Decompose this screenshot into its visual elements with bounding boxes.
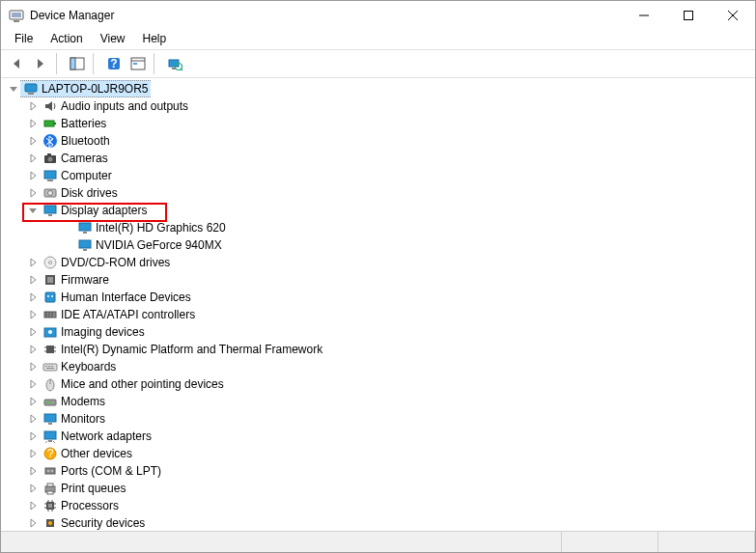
chevron-right-icon[interactable] — [26, 99, 40, 113]
chevron-down-icon[interactable] — [7, 82, 20, 96]
scan-hardware-button[interactable] — [163, 52, 186, 75]
tree-category-node[interactable]: Ports (COM & LPT) — [1, 462, 755, 480]
hid-icon — [42, 290, 58, 305]
category-label: Imaging devices — [61, 325, 145, 339]
camera-icon — [42, 151, 58, 166]
tree-category-node[interactable]: DVD/CD-ROM drives — [1, 254, 755, 271]
device-manager-icon — [9, 8, 24, 23]
chevron-right-icon[interactable] — [26, 308, 40, 321]
chevron-right-icon[interactable] — [26, 464, 40, 478]
tree-category-node[interactable]: Modems — [1, 393, 755, 410]
svg-rect-4 — [685, 12, 693, 20]
chevron-right-icon[interactable] — [26, 152, 40, 165]
tree-category-node[interactable]: Bluetooth — [1, 132, 755, 150]
svg-rect-26 — [44, 171, 56, 179]
category-label: Computer — [61, 169, 112, 182]
svg-rect-65 — [48, 423, 52, 425]
chevron-right-icon[interactable] — [26, 290, 40, 304]
cd-icon — [42, 255, 58, 270]
chevron-right-icon[interactable] — [26, 325, 40, 339]
back-button[interactable] — [5, 52, 28, 75]
menu-help[interactable]: Help — [135, 30, 175, 49]
tree-category-node[interactable]: ?Other devices — [1, 445, 755, 462]
device-label: NVIDIA GeForce 940MX — [96, 238, 222, 252]
tree-category-node[interactable]: Security devices — [1, 514, 755, 531]
tree-category-node[interactable]: Monitors — [1, 410, 755, 428]
expander-spacer — [61, 238, 74, 252]
tree-category-node[interactable]: Display adapters — [1, 202, 755, 219]
svg-rect-1 — [12, 13, 21, 17]
chevron-down-icon[interactable] — [26, 204, 40, 217]
chevron-right-icon[interactable] — [26, 169, 40, 182]
svg-rect-2 — [14, 20, 19, 22]
svg-rect-58 — [46, 368, 54, 369]
other-icon: ? — [42, 446, 58, 461]
show-hide-console-tree-button[interactable] — [66, 52, 89, 75]
tree-category-node[interactable]: IDE ATA/ATAPI controllers — [1, 306, 755, 323]
chevron-right-icon[interactable] — [26, 516, 40, 530]
chevron-right-icon[interactable] — [26, 482, 40, 495]
tree-category-node[interactable]: Disk drives — [1, 184, 755, 202]
tree-category-node[interactable]: Keyboards — [1, 358, 755, 375]
tree-device-node[interactable]: NVIDIA GeForce 940MX — [1, 236, 755, 254]
tree-category-node[interactable]: Processors — [1, 497, 755, 514]
svg-point-48 — [48, 330, 52, 334]
category-label: Human Interface Devices — [61, 290, 191, 304]
chevron-right-icon[interactable] — [26, 395, 40, 408]
chevron-right-icon[interactable] — [26, 256, 40, 269]
svg-rect-21 — [54, 123, 56, 124]
tree-category-node[interactable]: Network adapters — [1, 428, 755, 445]
forward-button[interactable] — [29, 52, 52, 75]
svg-rect-34 — [79, 240, 91, 248]
category-label: Mice and other pointing devices — [61, 377, 224, 391]
chevron-right-icon[interactable] — [26, 499, 40, 512]
chevron-right-icon[interactable] — [26, 343, 40, 356]
help-button[interactable]: ? — [102, 52, 126, 75]
status-cell — [562, 532, 658, 552]
printer-icon — [42, 481, 58, 496]
tree-category-node[interactable]: Human Interface Devices — [1, 289, 755, 306]
chevron-right-icon[interactable] — [26, 134, 40, 148]
svg-rect-54 — [43, 364, 57, 371]
chevron-right-icon[interactable] — [26, 186, 40, 200]
tree-category-node[interactable]: Audio inputs and outputs — [1, 97, 755, 115]
tree-category-node[interactable]: Batteries — [1, 115, 755, 132]
device-tree[interactable]: LAPTOP-0LJR9OR5Audio inputs and outputsB… — [1, 78, 755, 531]
category-label: LAPTOP-0LJR9OR5 — [42, 82, 149, 96]
tree-category-node[interactable]: Mice and other pointing devices — [1, 375, 755, 393]
tree-root-node[interactable]: LAPTOP-0LJR9OR5 — [1, 80, 755, 97]
tree-device-node[interactable]: Intel(R) HD Graphics 620 — [1, 219, 755, 236]
chevron-right-icon[interactable] — [26, 429, 40, 443]
svg-point-63 — [49, 401, 51, 403]
tree-category-node[interactable]: Imaging devices — [1, 323, 755, 341]
tree-category-node[interactable]: Print queues — [1, 480, 755, 497]
chevron-right-icon[interactable] — [26, 377, 40, 391]
close-button[interactable] — [711, 1, 755, 30]
maximize-button[interactable] — [666, 1, 711, 30]
tree-category-node[interactable]: Computer — [1, 167, 755, 184]
svg-rect-19 — [28, 93, 34, 95]
svg-point-72 — [51, 470, 53, 472]
menu-view[interactable]: View — [93, 30, 133, 49]
category-label: Firmware — [61, 273, 109, 287]
chevron-right-icon[interactable] — [26, 412, 40, 426]
security-icon — [42, 515, 58, 531]
svg-point-87 — [48, 521, 52, 525]
tree-category-node[interactable]: Firmware — [1, 271, 755, 289]
category-label: Print queues — [61, 482, 126, 495]
minimize-button[interactable] — [622, 1, 666, 30]
chevron-right-icon[interactable] — [26, 360, 40, 373]
tree-category-node[interactable]: Intel(R) Dynamic Platform and Thermal Fr… — [1, 341, 755, 358]
menu-action[interactable]: Action — [42, 30, 90, 49]
tree-category-node[interactable]: Cameras — [1, 150, 755, 167]
svg-rect-64 — [44, 414, 56, 422]
svg-rect-32 — [79, 223, 91, 231]
chevron-right-icon[interactable] — [26, 447, 40, 460]
chevron-right-icon[interactable] — [26, 117, 40, 130]
properties-button[interactable] — [126, 52, 150, 75]
toolbar-separator — [154, 53, 159, 74]
category-label: IDE ATA/ATAPI controllers — [61, 308, 195, 321]
svg-rect-55 — [45, 366, 47, 367]
chevron-right-icon[interactable] — [26, 273, 40, 287]
menu-file[interactable]: File — [7, 30, 41, 49]
